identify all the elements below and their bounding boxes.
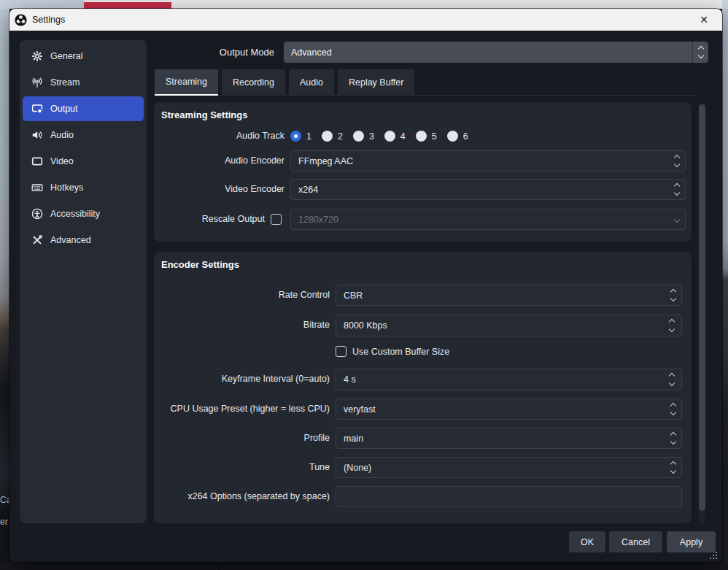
tune-label: Tune	[154, 457, 330, 478]
keyboard-icon	[31, 182, 43, 193]
tab-recording[interactable]: Recording	[222, 69, 285, 96]
sidebar-item-audio[interactable]: Audio	[23, 123, 144, 147]
chevron-updown-icon	[665, 399, 681, 419]
screen: Ca er Settings ✕	[0, 0, 728, 570]
audio-encoder-label: Audio Encoder	[154, 150, 284, 172]
spin-down-icon[interactable]	[669, 380, 675, 386]
sidebar-item-output[interactable]: Output	[23, 96, 144, 121]
rate-control-select[interactable]: CBR	[336, 285, 682, 306]
profile-select[interactable]: main	[336, 428, 682, 449]
keyframe-interval-label: Keyframe Interval (0=auto)	[154, 369, 330, 390]
x264-options-input[interactable]	[336, 486, 682, 507]
rate-control-label: Rate Control	[154, 285, 330, 306]
spin-up-icon[interactable]	[669, 373, 675, 379]
streaming-settings-panel: Streaming Settings Audio Track 1 2 3 4 5…	[154, 102, 692, 242]
tune-select[interactable]: (None)	[336, 457, 682, 478]
tools-icon	[31, 234, 43, 246]
chevron-updown-icon	[669, 151, 685, 171]
resize-grip[interactable]	[710, 552, 718, 560]
scrollbar-thumb[interactable]	[699, 104, 705, 511]
chevron-updown-icon	[669, 180, 685, 199]
x264-options-label: x264 Options (separated by space)	[154, 486, 330, 507]
cancel-button[interactable]: Cancel	[609, 531, 662, 552]
radio-label: 1	[306, 131, 311, 142]
desktop-right-strip	[722, 9, 728, 562]
video-encoder-select[interactable]: x264	[290, 179, 686, 200]
sidebar-item-video[interactable]: Video	[23, 149, 144, 174]
radio-track-6[interactable]	[447, 131, 458, 142]
audio-encoder-value: FFmpeg AAC	[298, 151, 353, 171]
accessibility-icon	[31, 208, 43, 220]
video-encoder-value: x264	[298, 180, 318, 199]
sidebar-item-label: Video	[50, 156, 74, 166]
desktop-top-right	[722, 0, 728, 9]
tune-value: (None)	[344, 458, 371, 477]
tab-replay-buffer[interactable]: Replay Buffer	[338, 69, 415, 96]
radio-label: 5	[432, 131, 437, 142]
sidebar-item-label: Output	[50, 104, 78, 114]
custom-buffer-label: Use Custom Buffer Size	[352, 347, 449, 357]
titlebar[interactable]: Settings ✕	[9, 9, 722, 31]
radio-label: 3	[369, 131, 374, 142]
radio-track-1[interactable]	[290, 131, 301, 142]
profile-value: main	[344, 428, 363, 448]
rescale-resolution-value: 1280x720	[298, 209, 338, 229]
bitrate-spinner[interactable]: 8000 Kbps	[336, 315, 682, 336]
tab-streaming[interactable]: Streaming	[155, 69, 218, 96]
rescale-output-label: Rescale Output	[154, 209, 265, 230]
radio-track-4[interactable]	[384, 131, 395, 142]
tab-audio[interactable]: Audio	[289, 69, 334, 96]
sidebar-item-label: Stream	[50, 77, 80, 88]
sidebar-item-stream[interactable]: Stream	[23, 70, 144, 95]
custom-buffer-checkbox[interactable]	[336, 346, 346, 357]
cpu-preset-value: veryfast	[344, 399, 376, 419]
section-title: Encoder Settings	[161, 259, 239, 270]
radio-track-2[interactable]	[322, 131, 333, 142]
radio-track-3[interactable]	[353, 131, 364, 142]
radio-label: 2	[338, 131, 343, 142]
chevron-updown-icon	[665, 458, 681, 477]
audio-encoder-select[interactable]: FFmpeg AAC	[290, 150, 686, 172]
desktop-bottom-strip	[0, 562, 728, 570]
radio-label: 6	[463, 131, 468, 142]
output-mode-select[interactable]: Advanced	[284, 42, 708, 63]
sidebar-item-advanced[interactable]: Advanced	[23, 228, 144, 253]
bitrate-label: Bitrate	[154, 315, 330, 336]
sidebar-item-label: Advanced	[50, 235, 91, 245]
obs-logo-icon	[15, 14, 27, 26]
sidebar-item-accessibility[interactable]: Accessibility	[23, 201, 144, 226]
ok-button[interactable]: OK	[569, 531, 605, 552]
audio-track-radios: 1 2 3 4 5 6	[290, 131, 479, 142]
speaker-icon	[31, 129, 43, 141]
display-icon	[31, 155, 43, 167]
chevron-updown-icon	[665, 285, 681, 305]
sidebar-item-label: Accessibility	[50, 209, 100, 219]
background-text-fragment: er	[0, 517, 9, 527]
vertical-scrollbar[interactable]	[699, 102, 705, 523]
rescale-output-checkbox[interactable]	[271, 214, 282, 225]
cpu-preset-select[interactable]: veryfast	[336, 398, 682, 420]
desktop-sky	[0, 0, 84, 9]
output-tabs: Streaming Recording Audio Replay Buffer	[155, 69, 414, 96]
spin-down-icon[interactable]	[669, 326, 675, 332]
broadcast-icon	[31, 77, 43, 88]
audio-track-label: Audio Track	[154, 126, 284, 147]
spin-up-icon[interactable]	[669, 319, 675, 325]
sidebar-item-label: Audio	[50, 130, 74, 140]
settings-dialog: Settings ✕ General	[9, 9, 722, 562]
desktop-left-strip: Ca er	[0, 9, 9, 562]
chevron-updown-icon	[665, 428, 681, 448]
radio-track-5[interactable]	[416, 131, 427, 142]
close-icon[interactable]: ✕	[694, 9, 714, 31]
keyframe-interval-spinner[interactable]: 4 s	[336, 369, 682, 390]
sidebar-item-hotkeys[interactable]: Hotkeys	[23, 175, 144, 200]
keyframe-interval-value: 4 s	[344, 369, 356, 390]
chevron-down-icon	[669, 209, 685, 229]
apply-button[interactable]: Apply	[667, 531, 716, 552]
radio-label: 4	[400, 131, 406, 142]
background-red-bar	[84, 2, 171, 9]
gear-icon	[31, 50, 43, 62]
rescale-resolution-select[interactable]: 1280x720	[290, 209, 686, 230]
sidebar-item-label: General	[50, 51, 82, 61]
settings-sidebar: General Stream O	[20, 40, 147, 523]
